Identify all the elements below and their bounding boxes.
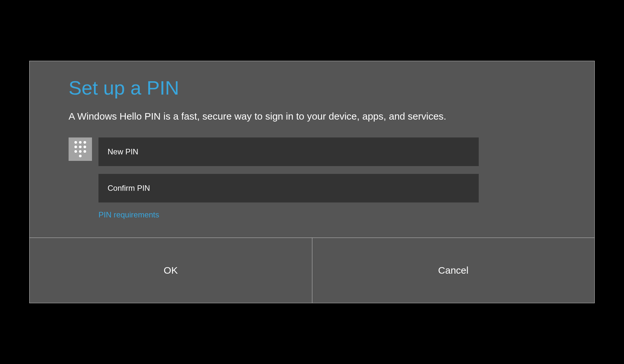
button-row: OK Cancel bbox=[30, 238, 594, 303]
keypad-icon bbox=[69, 137, 92, 161]
ok-button[interactable]: OK bbox=[30, 238, 312, 303]
confirm-pin-input[interactable] bbox=[98, 174, 479, 202]
pin-setup-dialog: Set up a PIN A Windows Hello PIN is a fa… bbox=[29, 61, 595, 303]
cancel-button[interactable]: Cancel bbox=[312, 238, 595, 303]
pin-requirements-link[interactable]: PIN requirements bbox=[98, 210, 159, 219]
dialog-content: Set up a PIN A Windows Hello PIN is a fa… bbox=[30, 61, 594, 238]
dialog-title: Set up a PIN bbox=[69, 77, 555, 99]
new-pin-input[interactable] bbox=[98, 137, 479, 166]
pin-input-row bbox=[69, 137, 555, 202]
input-column bbox=[98, 137, 479, 202]
dialog-description: A Windows Hello PIN is a fast, secure wa… bbox=[69, 111, 555, 122]
